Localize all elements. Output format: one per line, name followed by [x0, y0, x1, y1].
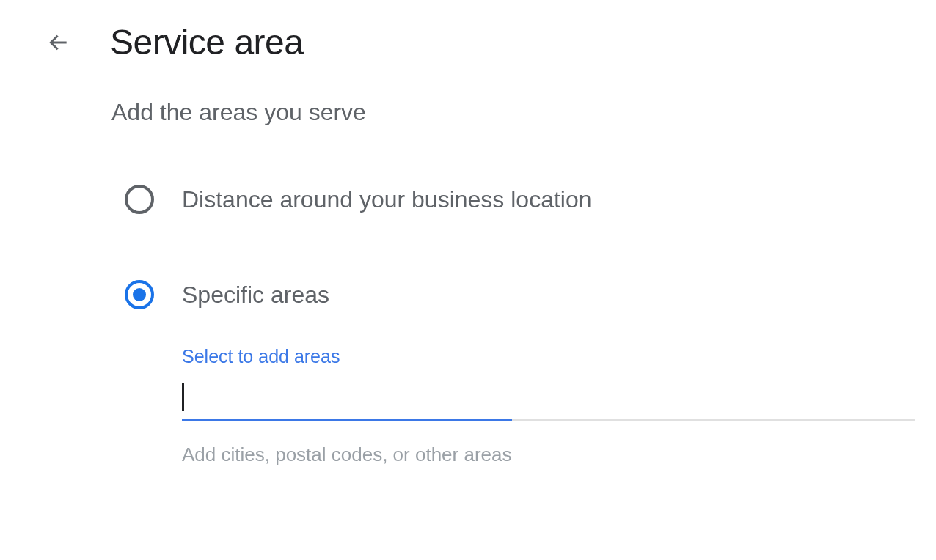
radio-option-distance[interactable]: Distance around your business location	[125, 185, 936, 214]
area-input[interactable]	[182, 382, 915, 420]
back-button[interactable]	[44, 28, 73, 57]
input-underline-focus	[182, 419, 512, 421]
input-floating-label: Select to add areas	[182, 346, 936, 367]
radio-label-specific: Specific areas	[182, 281, 329, 309]
radio-icon	[125, 185, 154, 214]
input-helper-text: Add cities, postal codes, or other areas	[182, 443, 936, 466]
radio-option-specific[interactable]: Specific areas	[125, 280, 936, 309]
text-caret	[182, 383, 184, 411]
arrow-left-icon	[47, 31, 70, 54]
input-underline	[182, 419, 915, 421]
page-title: Service area	[110, 22, 303, 62]
service-area-radio-group: Distance around your business location S…	[111, 185, 936, 466]
area-input-wrapper[interactable]	[182, 382, 915, 421]
radio-icon-selected	[125, 280, 154, 309]
page-subtitle: Add the areas you serve	[111, 99, 936, 126]
radio-label-distance: Distance around your business location	[182, 186, 592, 213]
